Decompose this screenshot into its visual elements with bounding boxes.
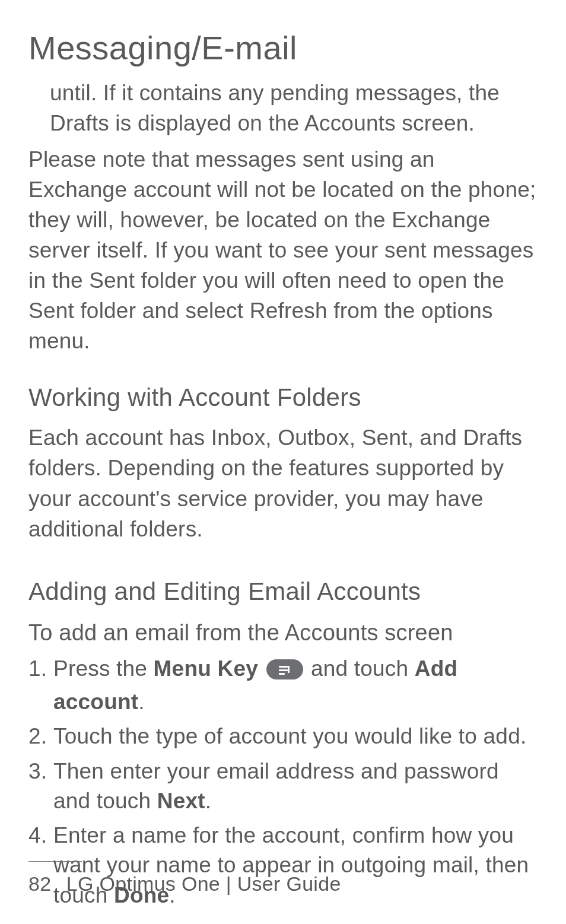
footer-rule <box>28 861 82 862</box>
step-2: Touch the type of account you would like… <box>28 722 538 751</box>
step-1-mid: and touch <box>311 656 415 681</box>
svg-rect-3 <box>279 673 285 675</box>
step-3-post: . <box>205 789 211 813</box>
footer-text: 82 LG Optimus One | User Guide <box>28 872 538 896</box>
section-body-folders: Each account has Inbox, Outbox, Sent, an… <box>28 423 538 544</box>
step-1-post: . <box>138 690 144 714</box>
section-heading-folders: Working with Account Folders <box>28 383 538 412</box>
page-root: Messaging/E-mail until. If it contains a… <box>0 0 566 924</box>
footer-guide: User Guide <box>237 872 341 895</box>
subheading-add-email: To add an email from the Accounts screen <box>28 620 538 646</box>
next-label: Next <box>157 789 205 813</box>
page-number: 82 <box>28 872 61 896</box>
section-heading-accounts: Adding and Editing Email Accounts <box>28 577 538 606</box>
step-3: Then enter your email address and passwo… <box>28 757 538 817</box>
menu-key-label: Menu Key <box>154 656 258 681</box>
step-1: Press the Menu Key and touch Add account… <box>28 654 538 717</box>
footer-product: LG Optimus One <box>66 872 220 895</box>
menu-key-icon <box>266 658 303 687</box>
svg-rect-1 <box>279 666 288 668</box>
page-footer: 82 LG Optimus One | User Guide <box>0 861 566 896</box>
step-3-pre: Then enter your email address and passwo… <box>53 759 499 813</box>
step-1-pre: Press the <box>53 656 154 681</box>
svg-rect-4 <box>288 666 290 673</box>
footer-separator: | <box>220 872 237 895</box>
intro-main: Please note that messages sent using an … <box>28 144 538 356</box>
intro-hanging: until. If it contains any pending messag… <box>50 78 538 138</box>
svg-rect-2 <box>279 669 288 671</box>
page-title: Messaging/E-mail <box>28 28 538 67</box>
